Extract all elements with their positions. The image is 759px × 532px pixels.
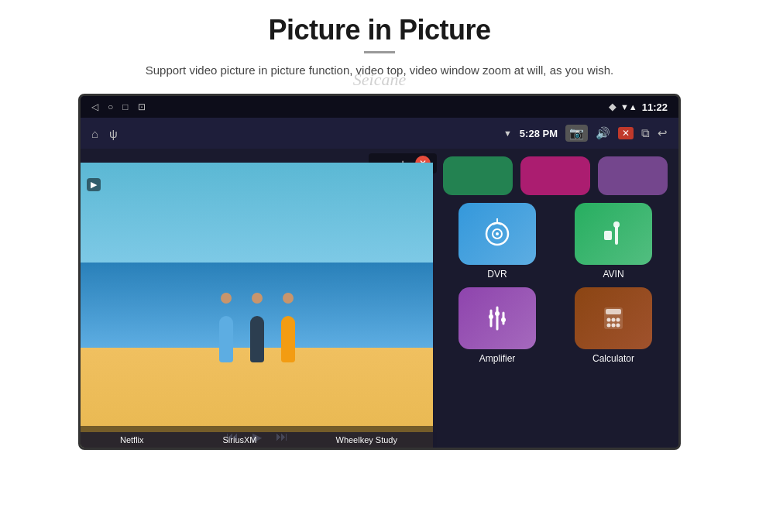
netflix-stub — [443, 156, 513, 195]
home-nav-icon[interactable]: ○ — [108, 101, 113, 112]
svg-point-18 — [607, 324, 611, 328]
figure-2 — [246, 293, 269, 362]
amplifier-label: Amplifier — [479, 353, 516, 364]
recents-nav-icon[interactable]: □ — [122, 101, 128, 112]
bottom-labels: Netflix SiriusXM Wheelkey Study — [81, 432, 437, 448]
siriusxm-label: SiriusXM — [223, 435, 257, 444]
svg-point-12 — [501, 317, 506, 322]
toolbar: ⌂ ψ ▼ 5:28 PM 📷 🔊 ✕ ⧉ ↩ — [81, 118, 678, 149]
svg-rect-14 — [606, 309, 621, 314]
status-time: 11:22 — [642, 101, 668, 113]
wheelkey-stub — [598, 156, 668, 195]
pip-overlay: − + ✕ — [81, 149, 437, 448]
toolbar-time: 5:28 PM — [520, 128, 558, 139]
avin-label: AVIN — [603, 269, 623, 280]
calculator-icon — [575, 287, 652, 349]
svg-point-16 — [612, 318, 616, 322]
figure-3 — [276, 293, 300, 362]
device-frame: ◁ ○ □ ⊡ ◆ ▼▲ 11:22 ⌂ ψ ▼ 5:28 PM 📷 🔊 — [78, 94, 681, 450]
status-bar-left: ◁ ○ □ ⊡ — [91, 101, 146, 112]
record-indicator: ▶ — [87, 178, 101, 191]
main-area: − + ✕ — [81, 149, 678, 448]
status-bar: ◁ ○ □ ⊡ ◆ ▼▲ 11:22 — [81, 96, 678, 118]
svg-point-6 — [613, 221, 620, 228]
svg-rect-4 — [604, 231, 612, 240]
page-container: Picture in Picture Seicane Support video… — [0, 0, 759, 532]
camera-icon[interactable]: 📷 — [565, 125, 588, 142]
app-cell-amplifier[interactable]: Amplifier — [443, 287, 551, 364]
dvr-label: DVR — [487, 269, 507, 280]
back-icon[interactable]: ↩ — [658, 126, 668, 140]
figure-1 — [215, 293, 238, 362]
svg-point-17 — [616, 318, 620, 322]
video-area: ▶ ⏮ ▶ ⏭ — [81, 163, 433, 448]
app-cell-calculator[interactable]: Calculator — [559, 287, 668, 364]
wheelkey-label: Wheelkey Study — [336, 435, 397, 444]
dvr-icon — [458, 203, 536, 265]
screen-nav-icon[interactable]: ⊡ — [138, 101, 146, 112]
toolbar-right: ▼ 5:28 PM 📷 🔊 ✕ ⧉ ↩ — [503, 125, 668, 142]
netflix-label: Netflix — [120, 435, 144, 444]
svg-point-11 — [495, 311, 500, 316]
wifi-toolbar-icon: ▼ — [503, 129, 512, 138]
toolbar-left: ⌂ ψ — [91, 127, 118, 140]
back-nav-icon[interactable]: ◁ — [91, 101, 98, 112]
svg-point-20 — [616, 324, 620, 328]
svg-point-10 — [489, 314, 493, 319]
title-divider — [364, 51, 395, 53]
svg-rect-5 — [615, 226, 618, 245]
app-cell-avin[interactable]: AVIN — [559, 203, 668, 280]
signal-icon: ▼▲ — [620, 102, 637, 112]
status-bar-right: ◆ ▼▲ 11:22 — [609, 101, 668, 113]
window-icon[interactable]: ⧉ — [641, 126, 650, 140]
amplifier-icon — [458, 287, 536, 349]
home-icon[interactable]: ⌂ — [91, 127, 98, 140]
svg-point-2 — [496, 232, 499, 235]
close-icon[interactable]: ✕ — [618, 127, 634, 139]
apps-row-top — [443, 156, 668, 195]
avin-icon — [575, 203, 652, 265]
location-icon: ◆ — [609, 101, 616, 112]
apps-main-grid: DVR AVIN — [443, 203, 668, 364]
svg-point-15 — [607, 318, 611, 322]
volume-icon[interactable]: 🔊 — [596, 126, 610, 140]
figures — [215, 293, 300, 362]
subtitle: Support video picture in picture functio… — [146, 61, 613, 80]
svg-point-19 — [612, 324, 616, 328]
app-grid-area: DVR AVIN — [432, 149, 678, 448]
app-cell-dvr[interactable]: DVR — [443, 203, 551, 280]
siriusxm-stub — [520, 156, 590, 195]
usb-icon[interactable]: ψ — [109, 127, 118, 140]
page-title: Picture in Picture — [268, 14, 490, 46]
calculator-label: Calculator — [592, 353, 634, 364]
